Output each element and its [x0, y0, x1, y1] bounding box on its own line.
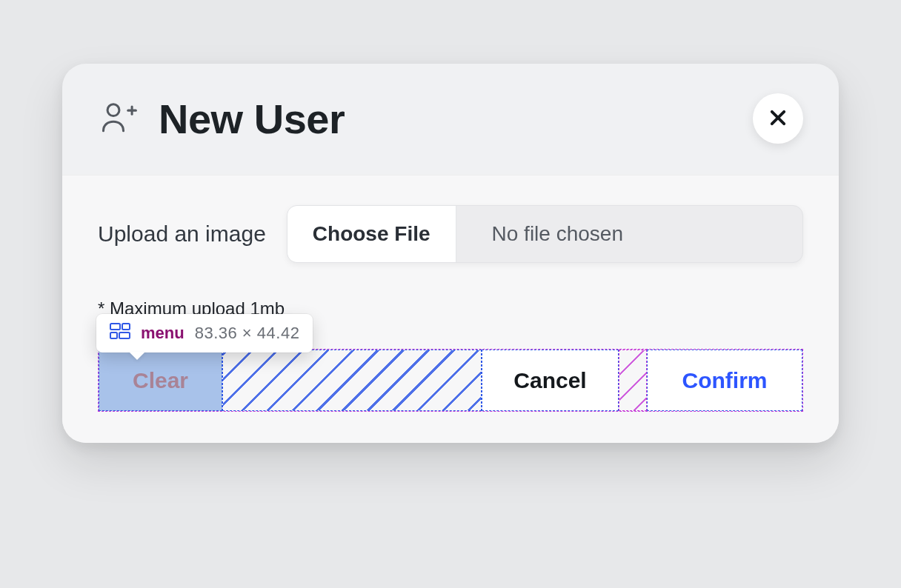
add-user-icon: [98, 96, 139, 141]
devtools-dimensions: 83.36 × 44.42: [195, 324, 300, 343]
new-user-dialog: New User Upload an image Choose File No …: [62, 64, 839, 443]
dialog-header: New User: [62, 64, 839, 175]
confirm-button-label: Confirm: [682, 368, 768, 393]
cancel-button-label: Cancel: [513, 368, 586, 393]
devtools-gap-hatch: [619, 350, 646, 410]
upload-label: Upload an image: [98, 221, 266, 247]
clear-button-label: Clear: [133, 368, 188, 393]
devtools-hatch: [223, 350, 481, 410]
confirm-button[interactable]: Confirm: [647, 350, 802, 411]
svg-rect-8: [119, 333, 130, 338]
svg-rect-6: [122, 324, 130, 330]
choose-file-button[interactable]: Choose File: [287, 206, 456, 262]
action-row: Clear Cancel Confirm: [98, 349, 803, 412]
close-icon: [768, 107, 788, 130]
svg-rect-7: [110, 333, 117, 338]
dialog-body: Upload an image Choose File No file chos…: [62, 175, 839, 327]
dialog-title: New User: [159, 95, 734, 143]
devtools-tag: menu: [141, 324, 184, 343]
file-status: No file chosen: [456, 206, 802, 262]
flex-spacer: [222, 350, 482, 411]
cancel-button[interactable]: Cancel: [482, 350, 619, 411]
svg-rect-5: [110, 324, 120, 330]
close-button[interactable]: [753, 93, 803, 144]
clear-button[interactable]: Clear: [99, 350, 222, 411]
upload-row: Upload an image Choose File No file chos…: [98, 205, 803, 263]
flex-gap: [619, 350, 647, 411]
flex-icon: [110, 323, 130, 344]
svg-point-0: [107, 104, 119, 116]
devtools-tooltip: menu 83.36 × 44.42: [96, 314, 313, 353]
file-picker: Choose File No file chosen: [287, 205, 803, 263]
